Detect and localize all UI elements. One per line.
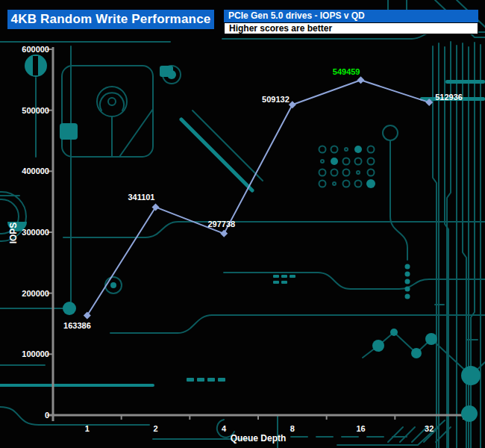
x-tick-label: 4 xyxy=(222,424,227,433)
chart-note: Higher scores are better xyxy=(224,22,478,34)
data-point-marker xyxy=(152,203,160,211)
x-tick-label: 32 xyxy=(425,424,434,433)
data-point-marker xyxy=(425,99,433,106)
chart-canvas: 0100000200000300000400000500000600000124… xyxy=(0,0,485,448)
data-point-label: 163386 xyxy=(63,321,91,330)
y-tick-label: 600000 xyxy=(22,45,49,54)
x-axis-title: Queue Depth xyxy=(231,433,287,444)
chart-subtitle: PCIe Gen 5.0 drives - IOPS v QD xyxy=(224,10,478,22)
data-point-label: 509132 xyxy=(262,95,290,104)
x-tick-label: 16 xyxy=(356,424,365,433)
x-tick-label: 1 xyxy=(85,424,90,433)
y-tick-label: 200000 xyxy=(22,289,49,298)
data-point-marker xyxy=(220,230,228,237)
data-point-marker xyxy=(84,312,91,320)
y-tick-label: 300000 xyxy=(22,228,49,237)
y-tick-label: 0 xyxy=(45,411,49,420)
data-point-marker xyxy=(357,76,365,84)
data-point-label: 297738 xyxy=(207,220,235,228)
y-axis-title: IOPS xyxy=(8,223,19,244)
y-tick-label: 400000 xyxy=(22,167,49,175)
y-tick-label: 500000 xyxy=(22,106,49,115)
x-tick-label: 8 xyxy=(290,424,295,433)
chart-title: 4KB Random Write Performance xyxy=(7,10,214,29)
data-point-marker xyxy=(289,101,296,108)
y-tick-label: 100000 xyxy=(22,349,49,358)
data-point-label: 512936 xyxy=(435,93,463,102)
iops-vs-queue-depth-line-chart: 0100000200000300000400000500000600000124… xyxy=(0,0,485,448)
data-point-label: 341101 xyxy=(128,193,154,202)
x-tick-label: 2 xyxy=(153,424,157,433)
data-point-label: 549459 xyxy=(333,67,360,76)
